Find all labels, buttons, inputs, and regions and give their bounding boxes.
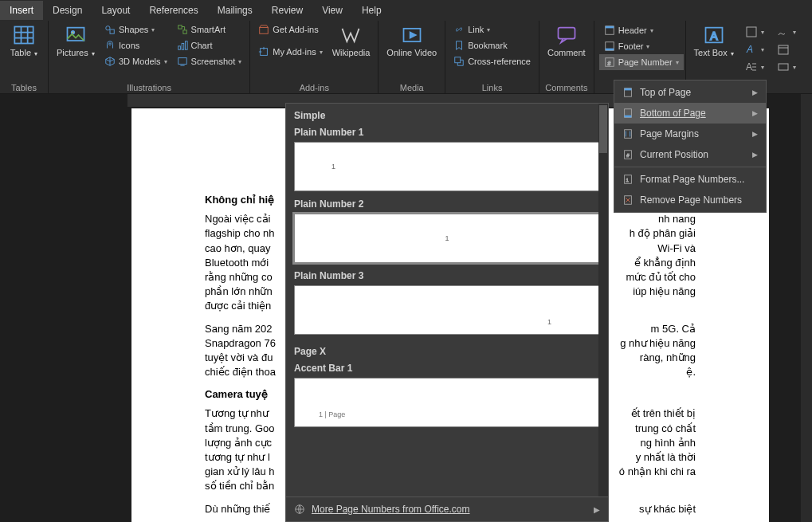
bookmark-button[interactable]: Bookmark [450, 38, 534, 53]
wordart-button[interactable]: A▾ [742, 41, 767, 57]
page-number-gallery: Simple Plain Number 1 1 Plain Number 2 1… [285, 103, 609, 522]
object-icon [777, 61, 790, 73]
shapes-icon [104, 24, 116, 35]
signature-button[interactable]: ▾ [774, 24, 799, 40]
page-number-icon: # [604, 57, 615, 68]
gallery-label-plain-2: Plain Number 2 [286, 196, 608, 214]
svg-rect-8 [178, 46, 180, 49]
svg-rect-31 [625, 88, 632, 91]
smartart-button[interactable]: SmartArt [174, 22, 245, 37]
tab-insert[interactable]: Insert [0, 1, 43, 20]
globe-icon [294, 504, 305, 515]
gallery-category-page-x: Page X [286, 339, 608, 360]
svg-rect-18 [605, 26, 614, 29]
tab-mailings[interactable]: Mailings [208, 1, 262, 20]
get-addins-button[interactable]: Get Add-ins [255, 22, 325, 37]
shapes-button[interactable]: Shapes▾ [101, 22, 171, 37]
date-time-button[interactable] [774, 41, 799, 57]
gallery-item-plain-3[interactable]: 1 [294, 285, 600, 335]
page-margins-icon [622, 128, 634, 139]
menu-remove-page-numbers[interactable]: Remove Page Numbers [614, 190, 766, 210]
comment-button[interactable]: Comment [544, 22, 589, 59]
vertical-scrollbar[interactable] [801, 94, 812, 522]
online-video-button[interactable]: Online Video [383, 22, 440, 59]
svg-point-5 [109, 43, 112, 45]
group-label-comments: Comments [544, 81, 589, 92]
page-bottom-icon [622, 108, 634, 119]
screenshot-button[interactable]: Screenshot▾ [174, 54, 245, 69]
3d-models-button[interactable]: 3D Models▾ [101, 54, 171, 69]
smartart-icon [177, 24, 188, 35]
svg-rect-0 [14, 27, 33, 44]
svg-rect-15 [455, 57, 461, 63]
addins-icon [258, 46, 269, 57]
video-icon [401, 24, 423, 46]
header-icon [604, 25, 615, 36]
svg-text:A: A [746, 61, 752, 73]
menu-separator [614, 167, 766, 167]
tab-review[interactable]: Review [262, 1, 312, 20]
tab-references[interactable]: References [139, 1, 207, 20]
group-label-media: Media [383, 81, 440, 92]
menu-format-page-numbers[interactable]: 1 Format Page Numbers... [614, 169, 766, 190]
quick-parts-button[interactable]: ▾ [742, 24, 767, 40]
text-box-icon: A [703, 24, 725, 46]
svg-rect-10 [185, 41, 187, 50]
svg-rect-11 [178, 58, 186, 65]
table-button[interactable]: Table ▾ [5, 22, 43, 59]
group-label-tables: Tables [5, 81, 43, 92]
text-box-button[interactable]: A Text Box ▾ [691, 22, 737, 60]
group-comments: Comment Comments [539, 21, 594, 93]
wikipedia-button[interactable]: Wikipedia [329, 22, 374, 59]
svg-rect-16 [558, 28, 575, 39]
crossref-icon [453, 56, 465, 67]
svg-rect-6 [178, 26, 181, 29]
drop-cap-button[interactable]: A▾ [742, 59, 767, 75]
svg-rect-20 [605, 49, 614, 51]
gallery-label-plain-3: Plain Number 3 [286, 268, 608, 285]
tab-help[interactable]: Help [352, 1, 391, 20]
tab-layout[interactable]: Layout [92, 1, 139, 20]
svg-text:A: A [746, 44, 753, 55]
my-addins-button[interactable]: My Add-ins▾ [255, 45, 325, 59]
drop-cap-icon: A [745, 61, 758, 73]
table-icon [13, 24, 35, 46]
footer-button[interactable]: Footer▾ [599, 38, 684, 54]
link-button[interactable]: Link▾ [450, 22, 534, 37]
gallery-item-plain-1[interactable]: 1 [294, 142, 600, 191]
header-button[interactable]: Header▾ [599, 22, 684, 38]
icons-button[interactable]: Icons [101, 38, 171, 53]
svg-rect-25 [747, 27, 756, 37]
pictures-button[interactable]: Pictures ▾ [53, 22, 98, 59]
group-media: Online Video Media [379, 21, 445, 93]
gallery-more-link[interactable]: More Page Numbers from Office.com ▶ [286, 496, 608, 521]
object-button[interactable]: ▾ [774, 59, 799, 75]
cube-icon [104, 56, 116, 67]
bookmark-icon [453, 40, 465, 51]
remove-icon [622, 194, 634, 206]
current-position-icon: # [622, 149, 634, 160]
gallery-label-plain-1: Plain Number 1 [286, 124, 608, 142]
menu-top-of-page[interactable]: Top of Page▶ [614, 82, 766, 103]
format-icon: 1 [622, 174, 634, 185]
page-number-button[interactable]: #Page Number▾ [599, 54, 684, 70]
gallery-item-plain-2[interactable]: 1 [294, 214, 600, 263]
menu-current-position[interactable]: # Current Position▶ [614, 144, 766, 165]
svg-text:1: 1 [626, 177, 629, 183]
signature-icon [777, 26, 790, 38]
gallery-scrollbar[interactable] [598, 104, 608, 496]
store-icon [258, 24, 269, 35]
tab-view[interactable]: View [312, 1, 352, 20]
group-tables: Table ▾ Tables [0, 21, 49, 93]
group-label-illustrations: Illustrations [53, 81, 245, 92]
menu-page-margins[interactable]: Page Margins▶ [614, 124, 766, 144]
page-number-menu: Top of Page▶ Bottom of Page▶ Page Margin… [614, 80, 767, 213]
gallery-item-accent-1[interactable]: 1 | Page [294, 378, 600, 427]
menu-bottom-of-page[interactable]: Bottom of Page▶ [614, 103, 766, 124]
svg-rect-12 [260, 27, 269, 33]
chart-button[interactable]: Chart [174, 38, 245, 53]
link-icon [453, 24, 465, 35]
crossref-button[interactable]: Cross-reference [450, 54, 534, 69]
tab-design[interactable]: Design [43, 1, 92, 20]
pictures-icon [65, 24, 87, 46]
